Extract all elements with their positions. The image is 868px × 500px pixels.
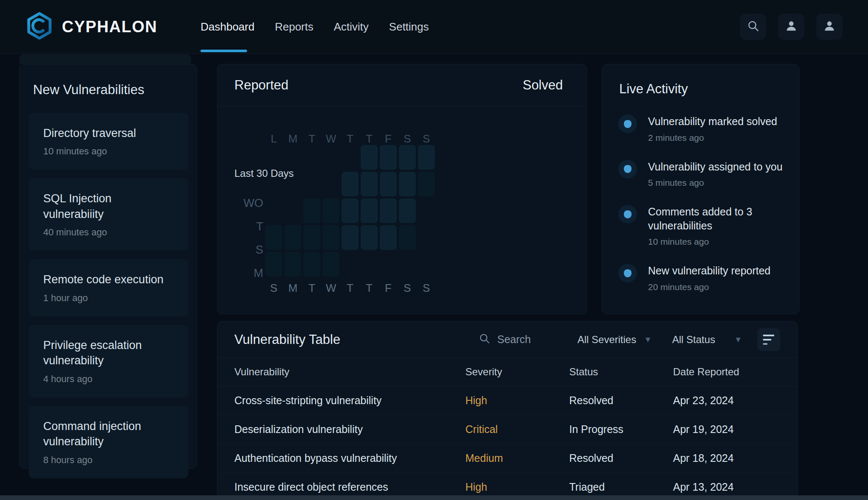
vulnerability-list-item[interactable]: Command injection vulnerability 8 hours …: [29, 406, 188, 478]
sort-lines-icon: [763, 335, 780, 345]
brand-logo[interactable]: CYPHALON: [26, 12, 157, 42]
heatmap-cell: [265, 172, 282, 196]
table-search[interactable]: Search: [479, 332, 531, 347]
profile-button[interactable]: [816, 14, 843, 40]
user-icon: [823, 19, 836, 34]
heatmap-bottom-axis: SMTWTTFSS: [265, 282, 435, 295]
heatmap-cell: [380, 225, 397, 250]
nav-tab-label: Dashboard: [200, 20, 254, 34]
heatmap-cell: [380, 172, 397, 196]
nav-tab-label: Settings: [389, 20, 429, 34]
vulnerability-list: Directory traversal 10 minutes ago SQL I…: [29, 113, 188, 478]
heatmap-axis-label: T: [303, 132, 320, 145]
heatmap-cell: [418, 252, 435, 277]
bottom-scrollbar[interactable]: [0, 495, 868, 500]
activity-dot-icon: [618, 264, 637, 282]
cell-status: Triaged: [569, 481, 673, 493]
heatmap-cell: [265, 198, 282, 223]
vulnerability-list-item[interactable]: SQL Injection vulnerabiiity 40 minutes a…: [29, 178, 188, 251]
status-filter-value: All Status: [672, 334, 715, 346]
status-filter-dropdown[interactable]: All Status ▼: [672, 334, 742, 346]
vulnerability-list-item[interactable]: Remote code execution 1 hour ago: [29, 259, 188, 316]
heatmap-cell: [399, 145, 416, 170]
heatmap-axis-label: WO: [244, 197, 264, 210]
nav-tab[interactable]: Reports: [275, 0, 313, 53]
activity-item[interactable]: Comments added to 3 vulnerabilities 10 m…: [618, 205, 783, 247]
heatmap-axis-label: L: [265, 132, 282, 145]
table-body: Cross-site-stripting vulnerability High …: [217, 386, 797, 500]
activity-item[interactable]: Vulnerability assigned to you 5 minutes …: [618, 160, 783, 188]
search-button[interactable]: [740, 14, 766, 40]
heatmap-axis-label: T: [303, 282, 320, 295]
heatmap-cell: [323, 172, 339, 196]
heatmap-axis-label: F: [380, 282, 397, 295]
nav-tab[interactable]: Dashboard: [200, 0, 254, 53]
sort-filter-button[interactable]: [757, 328, 780, 351]
activity-item[interactable]: Vulnerability marked solved 2 minutes ag…: [618, 115, 783, 143]
heatmap-left-axis: WOTSM: [241, 197, 263, 280]
table-title: Vulnerability Table: [234, 332, 479, 347]
heatmap-axis-label: W: [323, 132, 339, 145]
activity-dot-icon: [618, 205, 637, 223]
new-vulnerabilities-panel: New Vulnerabilities Directory traversal …: [19, 64, 197, 469]
search-icon: [479, 332, 490, 347]
column-header-severity: Severity: [465, 366, 569, 378]
heatmap-cell: [399, 198, 416, 223]
activity-item-title: Vulnerability marked solved: [648, 115, 777, 128]
activity-dot-icon: [618, 160, 637, 179]
tab-reported[interactable]: Reported: [234, 78, 289, 93]
activity-list: Vulnerability marked solved 2 minutes ag…: [602, 115, 799, 292]
vulnerability-name: Directory traversal: [43, 126, 174, 141]
severity-filter-dropdown[interactable]: All Severities ▼: [577, 334, 652, 346]
tab-solved[interactable]: Solved: [523, 78, 563, 93]
heatmap-cell: [265, 225, 282, 250]
dashboard-page: CYPHALON Dashboard Reports Activity Sett…: [0, 0, 868, 500]
activity-dot-icon: [618, 115, 637, 133]
activity-item[interactable]: New vulnerability reported 20 minutes ag…: [618, 264, 783, 292]
vulnerability-list-item[interactable]: Privilege escalation vulnerability 4 hou…: [29, 325, 188, 397]
vulnerability-list-item[interactable]: Directory traversal 10 minutes ago: [29, 113, 188, 170]
sidebar-top-sliver: [19, 54, 191, 64]
cell-date-reported: Apr 19, 2024: [673, 423, 780, 436]
cell-severity: High: [465, 481, 569, 493]
sidebar-title: New Vulnerabilities: [33, 82, 188, 98]
search-icon: [747, 20, 760, 34]
cell-status: In Progress: [569, 423, 673, 436]
vulnerability-name: SQL Injection vulnerabiiity: [43, 191, 174, 222]
user-button[interactable]: [778, 14, 804, 40]
vulnerability-name: Remote code execution: [43, 272, 174, 287]
nav-tab-label: Activity: [334, 20, 368, 34]
heatmap-axis-label: M: [284, 132, 301, 145]
heatmap-axis-label: S: [418, 282, 435, 295]
live-activity-title: Live Activity: [619, 81, 782, 97]
heatmap-axis-label: T: [256, 220, 264, 233]
heatmap-cell: [399, 252, 416, 277]
nav-tab[interactable]: Settings: [389, 0, 429, 53]
vulnerability-table-panel: Vulnerability Table Search All Severitie…: [217, 321, 798, 500]
heatmap-cell: [303, 252, 320, 277]
vulnerability-timestamp: 8 hours ago: [43, 455, 174, 466]
nav-tab[interactable]: Activity: [334, 0, 368, 53]
heatmap-cell: [418, 198, 435, 223]
cell-vulnerability: Deserialization vulnerability: [234, 423, 465, 436]
live-activity-panel: Live Activity Vulnerability marked solve…: [602, 64, 799, 314]
heatmap-cell: [361, 225, 378, 250]
heatmap-cell: [361, 198, 378, 223]
heatmap-cell: [303, 145, 320, 170]
heatmap-cell: [342, 172, 359, 196]
reported-solved-panel: Reported Solved Last 30 Days LMTWTTFSS W…: [217, 64, 587, 314]
heatmap-cell: [361, 145, 378, 170]
heatmap-axis-label: S: [399, 132, 416, 145]
table-row[interactable]: Deserialization vulnerability Critical I…: [217, 415, 797, 444]
column-header-date-reported: Date Reported: [673, 366, 780, 378]
heatmap-axis-label: T: [342, 132, 359, 145]
heatmap-cell: [380, 145, 397, 170]
heatmap-cell: [284, 145, 301, 170]
table-row[interactable]: Cross-site-stripting vulnerability High …: [217, 386, 797, 415]
cell-severity: Medium: [465, 452, 569, 464]
table-row[interactable]: Authentication bypass vulnerability Medi…: [217, 444, 797, 473]
heatmap-cell: [323, 225, 339, 250]
heatmap-cell: [342, 252, 359, 277]
cell-severity: High: [465, 394, 569, 407]
activity-item-timestamp: 20 minutes ago: [648, 282, 771, 292]
